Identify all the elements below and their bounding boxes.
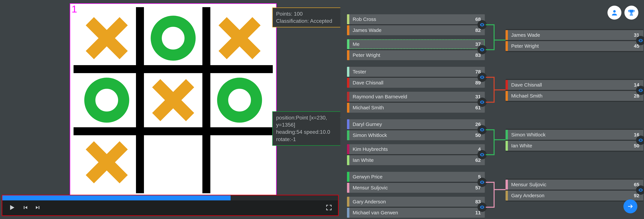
svg-point-16 [482, 129, 483, 130]
player-name: Dave Chisnall [508, 82, 634, 87]
view-match-button[interactable] [478, 178, 487, 187]
player-name: Daryl Gurney [349, 122, 475, 127]
view-match-button[interactable] [478, 125, 487, 134]
player-color-tag [506, 30, 508, 40]
player-color-tag [347, 14, 349, 24]
player-name: Peter Wright [349, 53, 475, 58]
player-name: Me [349, 42, 475, 47]
bracket-player-row[interactable]: Michael Smith61 [347, 103, 485, 113]
view-match-button[interactable] [636, 136, 644, 145]
bracket-match: Me37Peter Wright83 [347, 39, 485, 60]
board-cell[interactable] [74, 131, 140, 193]
play-icon[interactable] [8, 204, 16, 212]
bracket-match: Raymond van Barneveld31Michael Smith61 [347, 92, 485, 113]
bracket-player-row[interactable]: Gary Anderson92 [506, 190, 643, 200]
fullscreen-icon[interactable] [326, 204, 332, 211]
bracket-player-row[interactable]: Mensur Suljovic57 [347, 183, 485, 193]
bracket-player-row[interactable]: Mensur Suljovic65 [506, 180, 643, 189]
player-color-tag [347, 183, 349, 193]
board-cell[interactable] [206, 7, 273, 69]
player-color-tag [347, 197, 349, 207]
svg-point-5 [90, 83, 124, 117]
bracket-player-row[interactable]: Michael van Gerwen11 [347, 208, 485, 218]
bracket-player-row[interactable]: James Wade82 [347, 25, 485, 35]
bracket-player-row[interactable]: Gary Anderson83 [347, 197, 485, 207]
view-match-button[interactable] [636, 36, 644, 45]
bracket-player-row[interactable]: Peter Wright45 [506, 41, 643, 51]
player-name: Simon Whitlock [508, 132, 634, 137]
view-match-button[interactable] [636, 86, 644, 95]
x-icon [81, 14, 133, 62]
bracket-match: Simon Whitlock16Ian White50 [506, 129, 643, 152]
bracket-round-1: Rob Cross68James Wade82Me37Peter Wright8… [347, 13, 485, 219]
bracket-match: Gerwyn Price5Mensur Suljovic57 [347, 172, 485, 193]
playback-bar: 2 [2, 195, 339, 216]
progress-track[interactable] [2, 195, 338, 200]
player-color-tag [506, 41, 508, 51]
player-color-tag [347, 119, 349, 129]
svg-point-15 [482, 102, 483, 103]
player-color-tag [347, 39, 349, 49]
player-name: James Wade [508, 33, 634, 38]
board-cell[interactable] [140, 69, 206, 131]
player-name: Peter Wright [508, 44, 634, 49]
player-color-tag [347, 144, 349, 154]
bracket-player-row[interactable]: Ian White50 [506, 141, 643, 151]
bracket-player-row[interactable]: Tester78 [347, 67, 485, 77]
x-icon [214, 14, 266, 62]
x-icon [81, 138, 133, 186]
svg-point-19 [482, 207, 483, 208]
svg-point-18 [482, 182, 483, 183]
board-cell[interactable] [140, 131, 206, 193]
svg-point-22 [640, 140, 641, 141]
next-round-button[interactable] [624, 199, 637, 213]
player-name: Raymond van Barneveld [349, 94, 475, 99]
bracket-player-row[interactable]: Kim Huybrechts4 [347, 144, 485, 154]
bracket-player-row[interactable]: Peter Wright83 [347, 50, 485, 60]
svg-point-11 [613, 10, 616, 13]
bracket-player-row[interactable]: Daryl Gurney26 [347, 119, 485, 129]
bracket-player-row[interactable]: Raymond van Barneveld31 [347, 92, 485, 102]
board-cell[interactable] [74, 69, 140, 131]
bracket-player-row[interactable]: Gerwyn Price5 [347, 172, 485, 182]
bracket-player-row[interactable]: Ian White62 [347, 155, 485, 165]
o-icon [81, 76, 133, 124]
view-match-button[interactable] [478, 45, 487, 54]
classification-value: Classification: Accepted [276, 18, 342, 25]
player-name: Gary Anderson [508, 193, 634, 198]
bracket-player-row[interactable]: James Wade31 [506, 30, 643, 40]
points-overlay: 3 Points: 100 Classification: Accepted [272, 8, 346, 28]
bracket-player-row[interactable]: Simon Whitlock16 [506, 130, 643, 140]
state-overlay: 4 position:Point [x=230, y=1356] heading… [272, 111, 346, 146]
bracket-player-row[interactable]: Dave Chisnall14 [506, 80, 643, 90]
view-match-button[interactable] [478, 98, 487, 107]
bracket-match: Dave Chisnall14Michael Smith28 [506, 79, 643, 102]
player-color-tag [347, 208, 349, 218]
bracket-player-row[interactable]: Simon Whitlock50 [347, 130, 485, 140]
board-cell[interactable] [140, 7, 206, 69]
state-position: position:Point [x=230, y=1356] [276, 114, 342, 128]
player-color-tag [347, 130, 349, 140]
player-name: Tester [349, 69, 475, 74]
player-name: Michael van Gerwen [349, 210, 475, 215]
player-color-tag [347, 92, 349, 102]
board-cell[interactable] [74, 7, 140, 69]
bracket-player-row[interactable]: Dave Chisnall89 [347, 78, 485, 88]
bracket-player-row[interactable]: Rob Cross68 [347, 14, 485, 24]
player-color-tag [506, 180, 508, 189]
bracket-player-row[interactable]: Michael Smith28 [506, 91, 643, 101]
player-color-tag [347, 67, 349, 77]
o-icon [214, 76, 266, 124]
view-match-button[interactable] [478, 150, 487, 159]
view-match-button[interactable] [478, 202, 487, 212]
player-color-tag [347, 78, 349, 88]
board-cell[interactable] [206, 69, 273, 131]
bracket-player-row[interactable]: Me37 [347, 39, 485, 49]
view-match-button[interactable] [636, 185, 644, 195]
next-icon[interactable] [35, 204, 41, 211]
prev-icon[interactable] [22, 204, 28, 211]
view-match-button[interactable] [478, 20, 487, 30]
view-match-button[interactable] [478, 73, 487, 82]
player-color-tag [506, 141, 508, 151]
board-cell[interactable] [206, 131, 273, 193]
